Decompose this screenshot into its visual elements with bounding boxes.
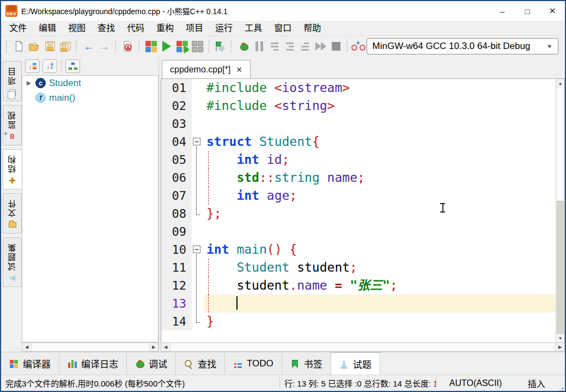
sidebar-tab-structure[interactable]: 结构 ✚ bbox=[3, 149, 22, 189]
title-bar[interactable]: DEV E:/Workspaces/playground/cppdemo.cpp… bbox=[1, 1, 565, 21]
scroll-left-icon[interactable]: ◀ bbox=[22, 343, 31, 351]
close-icon[interactable]: ✕ bbox=[236, 65, 242, 74]
pause-button[interactable] bbox=[251, 38, 266, 54]
resize-grip[interactable] bbox=[558, 375, 565, 391]
scroll-down-icon[interactable]: ▼ bbox=[556, 334, 564, 342]
scroll-right-icon[interactable]: ▶ bbox=[149, 343, 158, 351]
menu-item-9[interactable]: 窗口 bbox=[268, 21, 297, 35]
debug-button[interactable] bbox=[236, 38, 251, 54]
toolbar-handle[interactable] bbox=[138, 40, 141, 52]
toolbar-handle[interactable] bbox=[76, 40, 78, 52]
code-line-02[interactable]: 02#include <string> bbox=[161, 97, 556, 115]
rebuild-all-button[interactable] bbox=[190, 38, 205, 54]
bottom-tab-compile-log[interactable]: 编译日志 bbox=[59, 352, 127, 375]
sort-alphabetically-button[interactable]: ↓AZ bbox=[42, 59, 57, 73]
open-file-button[interactable] bbox=[27, 38, 42, 54]
code-editor[interactable]: 01#include <iostream>02#include <string>… bbox=[161, 79, 556, 342]
compile-and-run-button[interactable] bbox=[174, 38, 190, 54]
encoding-status[interactable]: AUTO(ASCII) bbox=[436, 378, 515, 388]
sidebar-tab-project[interactable]: 项目 bbox=[3, 61, 22, 101]
code-line-08[interactable]: 08}; bbox=[161, 205, 556, 223]
scrollbar-thumb[interactable] bbox=[557, 201, 564, 334]
fold-margin[interactable]: − bbox=[192, 241, 204, 259]
menu-item-10[interactable]: 帮助 bbox=[297, 21, 327, 35]
toolbar-handle[interactable] bbox=[115, 40, 118, 52]
code-line-01[interactable]: 01#include <iostream> bbox=[161, 79, 556, 97]
code-line-13[interactable]: 13 bbox=[161, 295, 556, 313]
code-line-04[interactable]: 04−struct Student{ bbox=[161, 133, 556, 151]
scrollbar-track[interactable] bbox=[170, 343, 556, 351]
code-line-05[interactable]: 05 int id; bbox=[161, 151, 556, 169]
code-text[interactable]: Student student; bbox=[204, 259, 556, 277]
sidebar-tab-watch[interactable]: 监视 B bbox=[3, 105, 22, 145]
show-inherited-button[interactable] bbox=[65, 59, 80, 73]
code-text[interactable]: }; bbox=[204, 205, 556, 223]
step-over-button[interactable] bbox=[267, 38, 282, 54]
bottom-tab-debug[interactable]: 调试 bbox=[127, 352, 176, 375]
code-text[interactable]: #include <iostream> bbox=[204, 79, 556, 97]
menu-item-8[interactable]: 工具 bbox=[239, 21, 268, 35]
editor-vertical-scrollbar[interactable]: ▲ ▼ bbox=[556, 79, 564, 342]
sidebar-tab-files[interactable]: 文件 bbox=[3, 193, 22, 234]
toolbar-handle[interactable] bbox=[6, 40, 9, 52]
back-button[interactable]: ← bbox=[81, 38, 96, 54]
run-button[interactable] bbox=[159, 38, 174, 54]
menu-item-2[interactable]: 视图 bbox=[62, 21, 92, 35]
stop-button[interactable] bbox=[328, 38, 344, 54]
bottom-tab-compiler[interactable]: 编译器 bbox=[1, 352, 59, 375]
add-watch-button[interactable]: + bbox=[351, 38, 366, 54]
scroll-up-icon[interactable]: ▲ bbox=[556, 79, 564, 88]
minimize-button[interactable]: – bbox=[490, 1, 515, 21]
fold-margin[interactable]: − bbox=[192, 133, 204, 151]
scroll-right-icon[interactable]: ▶ bbox=[556, 343, 564, 351]
code-line-11[interactable]: 11 Student student; bbox=[161, 259, 556, 277]
code-text[interactable]: } bbox=[204, 313, 556, 330]
scroll-left-icon[interactable]: ◀ bbox=[161, 343, 170, 351]
step-out-button[interactable] bbox=[297, 38, 313, 54]
code-text[interactable] bbox=[204, 115, 556, 133]
expand-arrow-icon[interactable]: ▶ bbox=[26, 79, 32, 87]
code-text[interactable] bbox=[204, 295, 556, 313]
code-text[interactable]: student.name = "张三"; bbox=[204, 277, 556, 295]
menu-item-4[interactable]: 代码 bbox=[121, 21, 150, 35]
code-line-14[interactable]: 14} bbox=[161, 313, 556, 330]
find-in-files-button[interactable]: A bbox=[120, 38, 135, 54]
menu-item-6[interactable]: 项目 bbox=[180, 21, 209, 35]
code-text[interactable]: struct Student{ bbox=[204, 133, 556, 151]
panel-horizontal-scrollbar[interactable]: ◀ ▶ bbox=[22, 342, 159, 352]
sort-by-type-button[interactable]: ↓ bbox=[25, 59, 40, 73]
scrollbar-track[interactable] bbox=[556, 88, 564, 334]
sidebar-tab-problem-set[interactable]: 试题集 bbox=[3, 237, 22, 287]
tree-item-student[interactable]: ▶ c Student bbox=[22, 76, 158, 90]
compile-button[interactable] bbox=[144, 38, 159, 54]
code-line-06[interactable]: 06 std::string name; bbox=[161, 169, 556, 187]
forward-button[interactable]: → bbox=[96, 38, 112, 54]
code-line-07[interactable]: 07 int age; bbox=[161, 187, 556, 205]
code-text[interactable]: std::string name; bbox=[204, 169, 556, 187]
save-all-button[interactable] bbox=[58, 38, 73, 54]
bottom-tab-search[interactable]: 查找 bbox=[176, 352, 225, 375]
editor-tab-cppdemo[interactable]: cppdemo.cpp[*] ✕ bbox=[162, 60, 251, 78]
bottom-tab-problem[interactable]: 试题 bbox=[331, 352, 380, 375]
fold-toggle-icon[interactable]: − bbox=[193, 246, 200, 253]
new-file-button[interactable] bbox=[11, 38, 27, 54]
menu-item-3[interactable]: 查找 bbox=[92, 21, 121, 35]
compiler-set-select[interactable]: MinGW-w64 GCC 10.3.0 64-bit Debug ▼ bbox=[367, 38, 558, 54]
toolbar-handle[interactable] bbox=[230, 40, 233, 52]
code-line-09[interactable]: 09 bbox=[161, 223, 556, 241]
tree-item-main[interactable]: f main() bbox=[22, 90, 158, 105]
menu-item-1[interactable]: 编辑 bbox=[33, 21, 62, 35]
code-line-10[interactable]: 10−int main() { bbox=[161, 241, 556, 259]
bottom-tab-bookmarks[interactable]: 书签 bbox=[282, 352, 331, 375]
save-button[interactable] bbox=[42, 38, 57, 54]
step-into-button[interactable] bbox=[282, 38, 297, 54]
code-text[interactable]: #include <string> bbox=[204, 97, 556, 115]
editor-horizontal-scrollbar[interactable]: ◀ ▶ bbox=[161, 342, 565, 352]
code-text[interactable]: int id; bbox=[204, 151, 556, 169]
code-text[interactable]: int age; bbox=[204, 187, 556, 205]
close-button[interactable]: ✕ bbox=[540, 1, 565, 21]
menu-item-7[interactable]: 运行 bbox=[209, 21, 239, 35]
fold-toggle-icon[interactable]: − bbox=[193, 138, 200, 145]
menu-item-5[interactable]: 重构 bbox=[150, 21, 180, 35]
code-text[interactable] bbox=[204, 223, 556, 241]
